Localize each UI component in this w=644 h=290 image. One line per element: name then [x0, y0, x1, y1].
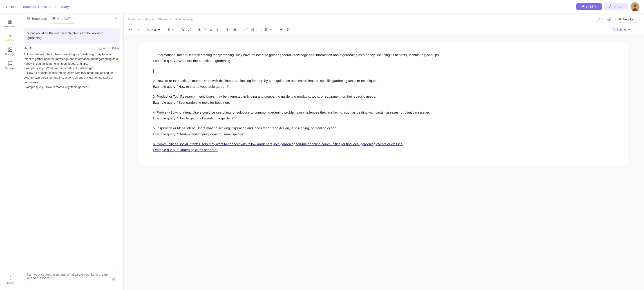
redo-button[interactable]: [135, 27, 141, 32]
chevron-left-icon: [4, 5, 8, 8]
tab-templates-label: Templates: [32, 17, 47, 20]
sidebar-ai-writer-label: AI Writer: [5, 39, 15, 42]
svg-rect-6: [10, 22, 12, 23]
strikethrough-button[interactable]: S: [215, 26, 220, 32]
svg-point-48: [638, 29, 638, 30]
panel-tabs: Templates ChatGPT: [20, 13, 124, 24]
collaborate-icon-button[interactable]: [596, 16, 603, 23]
svg-point-10: [10, 278, 10, 279]
sidebar-item-ai-images[interactable]: AI Images: [1, 45, 19, 58]
svg-rect-14: [28, 19, 30, 20]
content-cursor: [153, 68, 615, 74]
align-button[interactable]: [166, 27, 176, 32]
sidebar-brief-seo-label: Brief + SEO: [3, 25, 16, 28]
image-button[interactable]: [249, 27, 260, 32]
three-dots-icon: [635, 27, 638, 31]
editor-toolbar: Normal A: [124, 25, 644, 34]
editing-chevron-icon: [627, 28, 630, 31]
svg-rect-4: [10, 20, 12, 21]
sidebar-item-message[interactable]: Message: [1, 59, 19, 72]
sidebar-item-ai-writer[interactable]: AI Writer: [1, 31, 19, 44]
underline-label: U: [210, 28, 212, 31]
svg-rect-16: [25, 48, 27, 49]
tab-templates[interactable]: Templates: [24, 13, 50, 24]
svg-rect-3: [8, 20, 10, 21]
toolbar-sep-1: [143, 27, 143, 32]
publish-button[interactable]: Publish: [576, 3, 602, 10]
example-query-link[interactable]: Example query: "Gardening clubs near me": [153, 148, 218, 152]
table-chevron-icon: [269, 28, 272, 31]
word-count: 204 words: [158, 17, 171, 21]
image-chevron-icon: [255, 28, 258, 31]
numbered-list-button[interactable]: [232, 27, 238, 32]
bullet-list-icon: [226, 28, 229, 31]
align-icon: [167, 28, 171, 31]
svg-point-19: [26, 48, 26, 49]
more-options-button[interactable]: [633, 26, 640, 32]
collapse-icon: [114, 16, 118, 20]
comment-button[interactable]: [285, 27, 292, 32]
sidebar-message-label: Message: [5, 67, 15, 70]
chat-input[interactable]: [27, 273, 108, 284]
content-p5: 5. Inspiration or Ideas Intent: Users ma…: [153, 125, 615, 137]
svg-point-25: [598, 18, 599, 19]
template-label: Template: Notes and Summary: [22, 5, 69, 8]
chevron-down-small-icon: [171, 28, 174, 31]
svg-rect-41: [266, 28, 268, 31]
format-dropdown[interactable]: Normal: [145, 27, 162, 32]
new-item-button[interactable]: New Item: [616, 16, 640, 23]
editing-mode-button[interactable]: Editing: [610, 27, 632, 32]
user-prompt-bubble: What would be the user search intents fo…: [24, 28, 120, 43]
clear-format-button[interactable]: [278, 27, 284, 32]
link-icon: [243, 28, 247, 31]
chevron-down-icon: [158, 28, 160, 31]
home-link[interactable]: Home: [4, 5, 18, 8]
highlight-button[interactable]: [186, 27, 193, 32]
editor-content[interactable]: 1. Informational Intent: Users searching…: [140, 43, 628, 166]
share-button[interactable]: Share: [604, 3, 628, 10]
font-color-indicator: A: [182, 28, 184, 31]
ai-response-text: 1. Informational Intent: Users searching…: [24, 52, 120, 89]
tab-chatgpt[interactable]: ChatGPT: [50, 13, 74, 24]
undo-button[interactable]: [127, 27, 134, 32]
bullet-list-button[interactable]: [224, 27, 230, 32]
sidebar-ai-images-label: AI Images: [4, 53, 16, 56]
community-link[interactable]: 6. Community or Social Intent: Users may…: [153, 142, 404, 146]
gear-icon: [607, 17, 611, 21]
svg-point-8: [9, 48, 10, 49]
svg-point-35: [226, 30, 226, 30]
icon-sidebar: Brief + SEO AI Writer AI Images Message: [0, 13, 20, 290]
bold-button[interactable]: B: [197, 26, 202, 32]
chat-input-area: [24, 270, 120, 287]
avatar-image: [630, 2, 640, 11]
panel-collapse-button[interactable]: [112, 14, 120, 23]
svg-rect-22: [100, 48, 102, 50]
table-icon: [265, 28, 268, 31]
font-color-button[interactable]: A: [180, 26, 186, 32]
sidebar-item-brief-seo[interactable]: Brief + SEO: [1, 17, 19, 30]
redo-icon: [136, 28, 140, 31]
numbered-list-icon: [233, 28, 236, 31]
link-button[interactable]: [242, 27, 248, 32]
sidebar-item-more[interactable]: More: [1, 273, 19, 287]
toolbar-sep-4: [195, 27, 195, 32]
toolbar-sep-5: [222, 27, 222, 32]
strikethrough-label: S: [216, 28, 218, 31]
settings-icon-button[interactable]: [606, 16, 613, 23]
user-avatar[interactable]: [630, 2, 640, 11]
chatgpt-icon: [52, 17, 56, 20]
text-cursor: [153, 69, 154, 73]
image-insert-icon: [251, 28, 254, 31]
send-button[interactable]: [110, 277, 116, 284]
editor-top-bar: Saved seconds ago 204 words Older versio…: [124, 13, 644, 25]
underline-button[interactable]: U: [208, 26, 214, 32]
pencil-icon: [612, 28, 615, 31]
older-versions-link[interactable]: Older versions: [174, 17, 194, 21]
table-button[interactable]: [264, 27, 274, 32]
svg-rect-15: [27, 19, 28, 20]
italic-button[interactable]: I: [203, 26, 207, 32]
add-to-editor-button[interactable]: Add to Editor: [98, 47, 120, 50]
share-icon: [609, 5, 612, 8]
content-p3: 3. Product or Tool Research Intent: User…: [153, 94, 615, 106]
svg-point-1: [634, 4, 636, 7]
